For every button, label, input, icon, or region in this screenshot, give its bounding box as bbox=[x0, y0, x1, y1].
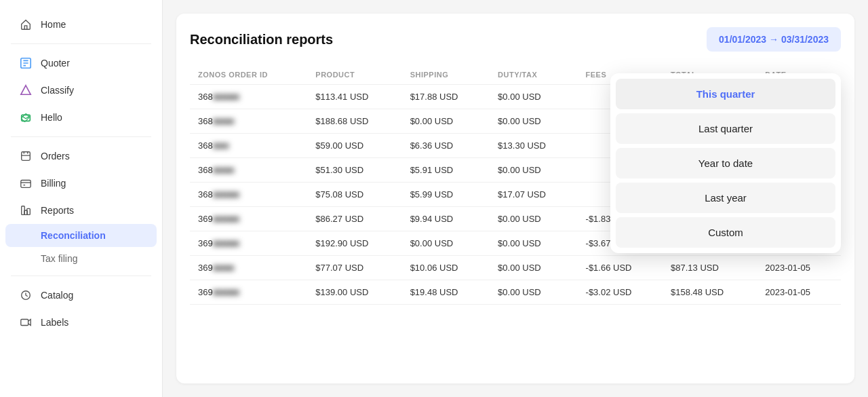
cell-order-id: 369■■■■■ bbox=[190, 207, 307, 231]
content-card: Reconciliation reports 01/01/2023 → 03/3… bbox=[176, 14, 854, 383]
home-icon bbox=[19, 18, 33, 31]
cell-shipping: $5.99 USD bbox=[402, 183, 490, 207]
cell-duty-tax: $17.07 USD bbox=[490, 183, 577, 207]
cell-product: $139.00 USD bbox=[307, 280, 401, 305]
cell-product: $75.08 USD bbox=[307, 183, 401, 207]
billing-icon bbox=[19, 176, 33, 190]
cell-date: 2023-01-05 bbox=[757, 256, 841, 280]
sidebar-item-hello[interactable]: Hello bbox=[5, 104, 157, 131]
sidebar-item-billing-label: Billing bbox=[41, 178, 66, 189]
cell-duty-tax: $0.00 USD bbox=[490, 207, 577, 231]
svg-rect-5 bbox=[21, 181, 31, 188]
col-order-id: ZONOS ORDER ID bbox=[190, 65, 307, 85]
sidebar-sub-tax-filing-label: Tax filing bbox=[41, 253, 77, 264]
cell-duty-tax: $0.00 USD bbox=[490, 109, 577, 134]
classify-icon bbox=[19, 83, 33, 97]
cell-shipping: $0.00 USD bbox=[402, 109, 490, 134]
hello-icon bbox=[19, 111, 33, 124]
col-product: PRODUCT bbox=[307, 65, 401, 85]
sidebar-item-orders[interactable]: Orders bbox=[5, 143, 157, 170]
table-row: 369■■■■$77.07 USD$10.06 USD$0.00 USD-$1.… bbox=[190, 256, 841, 280]
card-header: Reconciliation reports 01/01/2023 → 03/3… bbox=[190, 27, 841, 52]
cell-order-id: 369■■■■■ bbox=[190, 231, 307, 256]
sidebar: Home Quoter Classify Hello bbox=[0, 0, 163, 397]
page-title: Reconciliation reports bbox=[190, 32, 333, 48]
cell-shipping: $19.48 USD bbox=[402, 280, 490, 305]
cell-order-id: 369■■■■ bbox=[190, 256, 307, 280]
cell-shipping: $6.36 USD bbox=[402, 134, 490, 158]
sidebar-item-labels[interactable]: Labels bbox=[5, 309, 157, 336]
sidebar-item-labels-label: Labels bbox=[41, 317, 68, 328]
reports-icon bbox=[19, 204, 33, 217]
cell-duty-tax: $0.00 USD bbox=[490, 256, 577, 280]
cell-shipping: $17.88 USD bbox=[402, 85, 490, 109]
sidebar-item-catalog[interactable]: Catalog bbox=[5, 282, 157, 309]
svg-marker-1 bbox=[21, 86, 31, 95]
sidebar-item-classify[interactable]: Classify bbox=[5, 77, 157, 104]
cell-shipping: $9.94 USD bbox=[402, 207, 490, 231]
cell-total: $158.48 USD bbox=[663, 280, 757, 305]
sidebar-item-orders-label: Orders bbox=[41, 151, 70, 162]
sidebar-item-classify-label: Classify bbox=[41, 85, 74, 96]
cell-order-id: 369■■■■■ bbox=[190, 280, 307, 305]
dropdown-item-last-year[interactable]: Last year bbox=[616, 183, 835, 213]
dropdown-item-last-quarter[interactable]: Last quarter bbox=[616, 113, 835, 144]
cell-shipping: $10.06 USD bbox=[402, 256, 490, 280]
dropdown-item-year-to-date[interactable]: Year to date bbox=[616, 148, 835, 178]
quoter-icon bbox=[19, 56, 33, 70]
sidebar-divider-3 bbox=[11, 276, 151, 276]
cell-duty-tax: $0.00 USD bbox=[490, 280, 577, 305]
cell-product: $77.07 USD bbox=[307, 256, 401, 280]
sidebar-item-reports-label: Reports bbox=[41, 205, 74, 216]
cell-product: $113.41 USD bbox=[307, 85, 401, 109]
table-row: 369■■■■■$139.00 USD$19.48 USD$0.00 USD-$… bbox=[190, 280, 841, 305]
svg-rect-8 bbox=[24, 210, 28, 214]
sidebar-divider-1 bbox=[11, 43, 151, 44]
sidebar-divider-2 bbox=[11, 136, 151, 137]
cell-order-id: 368■■■ bbox=[190, 134, 307, 158]
cell-order-id: 368■■■■■ bbox=[190, 183, 307, 207]
sidebar-item-quoter[interactable]: Quoter bbox=[5, 50, 157, 77]
sidebar-sub-reconciliation-label: Reconciliation bbox=[41, 230, 106, 241]
cell-product: $51.30 USD bbox=[307, 158, 401, 183]
labels-icon bbox=[19, 316, 33, 329]
col-shipping: SHIPPING bbox=[402, 65, 490, 85]
sidebar-item-home[interactable]: Home bbox=[5, 11, 157, 38]
sidebar-sub-tax-filing[interactable]: Tax filing bbox=[5, 247, 157, 270]
col-duty-tax: DUTY/TAX bbox=[490, 65, 577, 85]
cell-order-id: 368■■■■ bbox=[190, 109, 307, 134]
sidebar-item-hello-label: Hello bbox=[41, 112, 62, 123]
sidebar-item-home-label: Home bbox=[41, 19, 66, 30]
cell-fees: -$3.02 USD bbox=[578, 280, 663, 305]
dropdown-item-custom[interactable]: Custom bbox=[616, 217, 835, 248]
sidebar-item-catalog-label: Catalog bbox=[41, 290, 73, 301]
cell-duty-tax: $0.00 USD bbox=[490, 158, 577, 183]
cell-duty-tax: $0.00 USD bbox=[490, 231, 577, 256]
cell-fees: -$1.66 USD bbox=[578, 256, 663, 280]
cell-product: $86.27 USD bbox=[307, 207, 401, 231]
cell-order-id: 368■■■■ bbox=[190, 158, 307, 183]
main-content: Reconciliation reports 01/01/2023 → 03/3… bbox=[163, 0, 868, 397]
cell-product: $188.68 USD bbox=[307, 109, 401, 134]
cell-duty-tax: $13.30 USD bbox=[490, 134, 577, 158]
cell-shipping: $5.91 USD bbox=[402, 158, 490, 183]
cell-duty-tax: $0.00 USD bbox=[490, 85, 577, 109]
cell-product: $192.90 USD bbox=[307, 231, 401, 256]
orders-icon bbox=[19, 149, 33, 163]
cell-date: 2023-01-05 bbox=[757, 280, 841, 305]
date-range-button[interactable]: 01/01/2023 → 03/31/2023 bbox=[707, 27, 841, 52]
sidebar-item-quoter-label: Quoter bbox=[41, 58, 70, 69]
svg-rect-4 bbox=[22, 152, 31, 161]
cell-total: $87.13 USD bbox=[663, 256, 757, 280]
cell-order-id: 368■■■■■ bbox=[190, 85, 307, 109]
cell-product: $59.00 USD bbox=[307, 134, 401, 158]
dropdown-item-this-quarter[interactable]: This quarter bbox=[616, 79, 835, 109]
cell-shipping: $0.00 USD bbox=[402, 231, 490, 256]
catalog-icon bbox=[19, 288, 33, 302]
sidebar-item-billing[interactable]: Billing bbox=[5, 170, 157, 197]
svg-rect-10 bbox=[21, 320, 28, 326]
sidebar-sub-reconciliation[interactable]: Reconciliation bbox=[5, 224, 157, 247]
sidebar-item-reports[interactable]: Reports bbox=[5, 197, 157, 224]
date-filter-dropdown: This quarter Last quarter Year to date L… bbox=[610, 73, 841, 253]
